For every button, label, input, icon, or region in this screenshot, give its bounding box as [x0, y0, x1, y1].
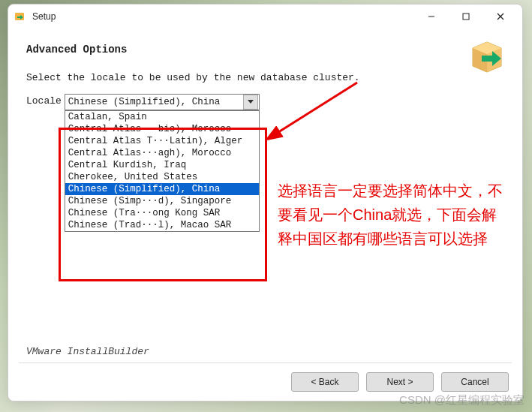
window-controls: [414, 5, 518, 28]
instruction-text: Select the locale to be used by the new …: [26, 72, 504, 83]
annotation-text: 选择语言一定要选择简体中文，不要看见一个China就选，下面会解释中国区都有哪些…: [278, 179, 510, 251]
locale-combo-value: Chinese (Simplified), China: [65, 97, 242, 107]
svg-marker-9: [248, 100, 254, 104]
installer-box-icon: [467, 35, 507, 75]
titlebar: Setup: [8, 5, 522, 29]
svg-rect-2: [463, 14, 469, 20]
cancel-button[interactable]: Cancel: [441, 372, 509, 392]
button-row: < Back Next > Cancel: [291, 372, 509, 392]
locale-combo-box[interactable]: Chinese (Simplified), China: [65, 94, 260, 110]
maximize-button[interactable]: [449, 5, 483, 28]
footer-brand: VMware InstallBuilder: [26, 346, 149, 357]
watermark: CSDN @红星编程实验室: [399, 393, 524, 407]
annotation-box: [59, 128, 267, 281]
locale-label: Locale: [26, 94, 62, 107]
minimize-button[interactable]: [414, 5, 449, 28]
chevron-down-icon[interactable]: [243, 95, 258, 110]
locale-combo[interactable]: Chinese (Simplified), China Catalan, Spa…: [65, 94, 260, 110]
locale-row: Locale Chinese (Simplified), China Catal…: [26, 94, 504, 110]
window-title: Setup: [32, 11, 414, 22]
close-button[interactable]: [483, 5, 518, 28]
page-heading: Advanced Options: [26, 44, 504, 56]
app-icon: [13, 10, 26, 23]
separator: [19, 362, 512, 363]
locale-option[interactable]: Catalan, Spain: [65, 111, 259, 123]
back-button[interactable]: < Back: [291, 372, 359, 392]
next-button[interactable]: Next >: [366, 372, 434, 392]
